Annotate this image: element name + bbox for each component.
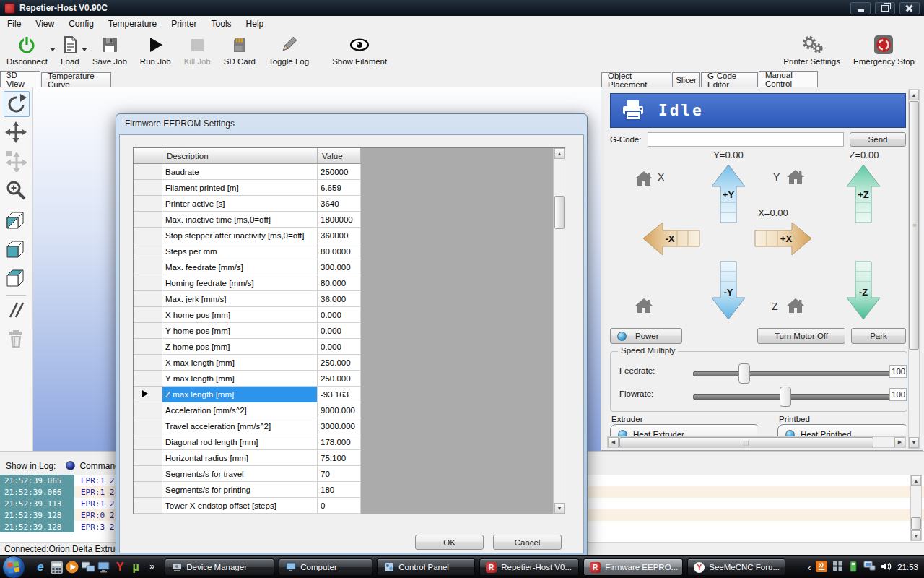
save-job-button[interactable]: Save Job <box>86 32 134 66</box>
scroll-right-button[interactable]: ▶ <box>894 437 905 447</box>
grid-vscroll-thumb[interactable] <box>554 196 565 229</box>
row-header-cell[interactable] <box>134 355 162 371</box>
disconnect-button[interactable]: Disconnect <box>0 32 54 66</box>
run-job-button[interactable]: Run Job <box>134 32 178 66</box>
eeprom-row[interactable]: Y max length [mm] 250.000 <box>134 371 553 387</box>
printer-settings-button[interactable]: Printer Settings <box>777 32 847 66</box>
network-places-icon[interactable] <box>80 559 96 575</box>
value-cell[interactable]: 9000.000 <box>318 402 361 418</box>
value-cell[interactable]: 0.000 <box>318 339 361 355</box>
description-cell[interactable]: Diagonal rod length [mm] <box>162 434 318 450</box>
menu-item[interactable]: File <box>0 17 28 31</box>
emergency-stop-button[interactable]: Emergency Stop <box>847 32 921 66</box>
restore-button[interactable] <box>875 2 895 14</box>
row-header-cell[interactable] <box>134 498 162 514</box>
eeprom-row[interactable]: Filament printed [m] 6.659 <box>134 180 553 196</box>
description-cell[interactable]: Printer active [s] <box>162 196 318 212</box>
eeprom-row[interactable]: Max. feedrate [mm/s] 300.000 <box>134 259 553 275</box>
park-button[interactable]: Park <box>851 328 906 344</box>
calculator-icon[interactable] <box>48 559 64 575</box>
value-cell[interactable]: 80.0000 <box>318 243 361 259</box>
row-header-cell[interactable] <box>134 482 162 498</box>
eeprom-row[interactable]: Y home pos [mm] 0.000 <box>134 323 553 339</box>
power-button[interactable]: Power <box>610 328 682 344</box>
value-cell[interactable]: 178.000 <box>318 434 361 450</box>
heat-extruder-button[interactable]: Heat Extruder <box>610 424 757 436</box>
description-cell[interactable]: Segments/s for printing <box>162 482 318 498</box>
gcode-input[interactable] <box>648 132 844 147</box>
value-cell[interactable]: 360000 <box>318 228 361 243</box>
java-tray-icon[interactable] <box>816 561 827 574</box>
jog-plus-y-button[interactable]: +Y <box>711 164 746 225</box>
description-cell[interactable]: Travel acceleration [mm/s^2] <box>162 418 318 434</box>
description-column-header[interactable]: Description <box>162 148 318 164</box>
tab-slicer[interactable]: Slicer <box>672 72 700 87</box>
taskbar-clock[interactable]: 21:53 <box>897 563 918 571</box>
row-header-cell[interactable] <box>134 402 162 418</box>
row-header-cell[interactable] <box>134 180 162 196</box>
close-button[interactable] <box>899 2 920 14</box>
description-cell[interactable]: Homing feedrate [mm/s] <box>162 275 318 291</box>
row-header-cell[interactable] <box>134 275 162 291</box>
tab-gcode-editor[interactable]: G-Code Editor <box>701 72 758 87</box>
internet-explorer-icon[interactable]: e <box>32 559 48 575</box>
start-button[interactable] <box>2 556 25 578</box>
minimize-button[interactable] <box>850 2 871 14</box>
tab-temperature-curve[interactable]: Temperature Curve <box>41 72 111 87</box>
move-view-button[interactable] <box>4 120 28 144</box>
description-cell[interactable]: X home pos [mm] <box>162 307 318 323</box>
row-header-cell[interactable] <box>134 466 162 482</box>
parallel-projection-button[interactable] <box>4 298 28 322</box>
row-header-cell[interactable] <box>134 434 162 450</box>
description-cell[interactable]: X max length [mm] <box>162 355 318 371</box>
sd-card-button[interactable]: SD Card <box>217 32 262 66</box>
description-cell[interactable]: Segments/s for travel <box>162 466 318 482</box>
yandex-browser-icon[interactable]: Y <box>112 559 128 575</box>
description-cell[interactable]: Steps per mm <box>162 243 318 259</box>
tab-manual-control[interactable]: Manual Control <box>759 71 818 87</box>
commands-led-icon[interactable] <box>66 461 75 470</box>
description-cell[interactable]: Y home pos [mm] <box>162 323 318 339</box>
value-cell[interactable]: 80.000 <box>318 275 361 291</box>
row-header-cell[interactable] <box>134 450 162 466</box>
description-cell[interactable]: Max. feedrate [mm/s] <box>162 259 318 275</box>
eeprom-row[interactable]: X home pos [mm] 0.000 <box>134 307 553 323</box>
manual-hscrollbar[interactable]: ◀ ▶ ||| <box>607 436 906 448</box>
jog-plus-x-button[interactable]: +X <box>754 222 812 258</box>
jog-plus-z-button[interactable]: +Z <box>846 164 881 225</box>
cancel-button[interactable]: Cancel <box>493 535 562 550</box>
eeprom-row[interactable]: Stop stepper after inactivity [ms,0=off]… <box>134 228 553 243</box>
feedrate-slider-track[interactable] <box>693 371 891 376</box>
description-cell[interactable]: Max. jerk [mm/s] <box>162 291 318 307</box>
eeprom-row[interactable]: Segments/s for travel 70 <box>134 466 553 482</box>
row-header-cell[interactable] <box>134 228 162 243</box>
value-cell[interactable]: -93.163 <box>318 387 361 402</box>
grid-scroll-up-button[interactable]: ▲ <box>554 148 565 159</box>
ok-button[interactable]: OK <box>415 535 484 550</box>
eeprom-row[interactable]: Steps per mm 80.0000 <box>134 243 553 259</box>
eeprom-row[interactable]: Travel acceleration [mm/s^2] 3000.000 <box>134 418 553 434</box>
quicklaunch-overflow-chevron-icon[interactable]: » <box>149 561 154 571</box>
value-cell[interactable]: 300.000 <box>318 259 361 275</box>
eeprom-row[interactable]: X max length [mm] 250.000 <box>134 355 553 371</box>
menu-item[interactable]: Help <box>239 17 271 31</box>
media-player-icon[interactable] <box>64 559 80 575</box>
description-cell[interactable]: Max. inactive time [ms,0=off] <box>162 212 318 228</box>
menu-item[interactable]: Printer <box>164 17 204 31</box>
menu-item[interactable]: View <box>28 17 61 31</box>
taskbar-button-firmware-eeprom[interactable]: R Firmware EEPRO... <box>583 558 683 576</box>
tab-3d-view[interactable]: 3D View <box>0 71 40 87</box>
row-header-cell[interactable] <box>134 387 162 402</box>
grid-scroll-down-button[interactable]: ▼ <box>554 503 565 514</box>
tab-object-placement[interactable]: Object Placement <box>601 72 671 87</box>
manual-vscrollbar[interactable]: ▲ ▼ ≡ <box>908 89 920 449</box>
menu-item[interactable]: Config <box>61 17 101 31</box>
row-header-cell[interactable] <box>134 259 162 275</box>
row-header-cell[interactable] <box>134 418 162 434</box>
menu-item[interactable]: Temperature <box>101 17 164 31</box>
flowrate-slider-track[interactable] <box>693 394 891 400</box>
taskbar-button-computer[interactable]: Computer <box>279 558 372 576</box>
rotate-view-button[interactable] <box>4 91 30 117</box>
home-z-button[interactable] <box>786 298 805 316</box>
log-vscrollbar[interactable]: ▲ ▼ <box>910 475 922 541</box>
